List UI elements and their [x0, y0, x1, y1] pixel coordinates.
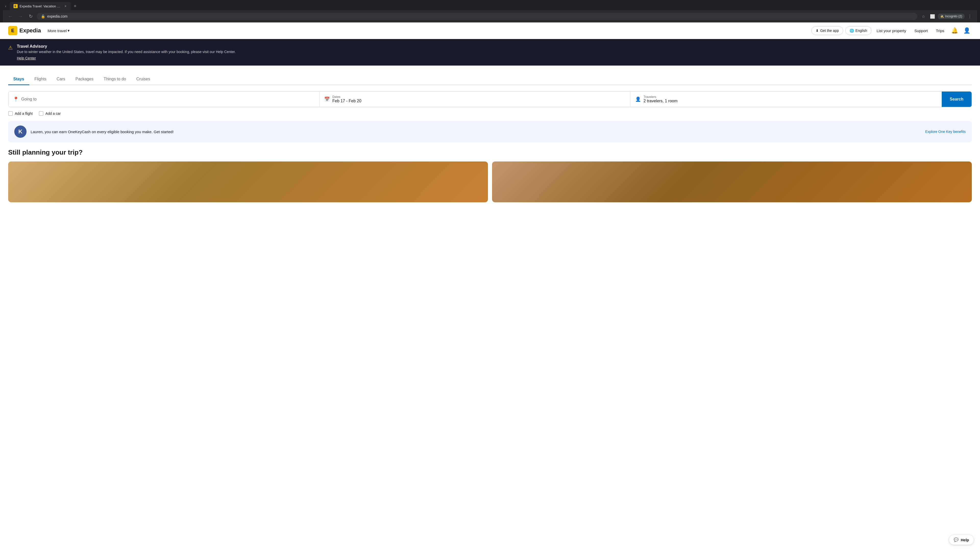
help-center-link[interactable]: Help Center — [17, 56, 36, 60]
tab-title: Expedia Travel: Vacation Hom... — [20, 4, 62, 8]
notifications-button[interactable]: 🔔 — [950, 25, 959, 36]
search-label: Search — [950, 97, 963, 101]
bookmark-button[interactable]: ☆ — [919, 12, 928, 21]
address-bar[interactable]: 🔒 expedia.com — [37, 13, 917, 20]
lock-icon: 🔒 — [41, 14, 45, 18]
support-button[interactable]: Support — [912, 27, 931, 35]
more-travel-label: More travel — [48, 29, 67, 33]
tab-flights[interactable]: Flights — [29, 74, 52, 85]
tab-cruises[interactable]: Cruises — [131, 74, 155, 85]
incognito-icon: 🕵 — [940, 14, 944, 18]
tab-packages[interactable]: Packages — [70, 74, 99, 85]
going-to-placeholder: Going to — [21, 97, 37, 102]
dates-value: Feb 17 - Feb 20 — [332, 99, 361, 103]
onekey-banner: K Lauren, you can earn OneKeyCash on eve… — [8, 121, 972, 142]
incognito-button[interactable]: 🕵 Incognito (2) — [938, 14, 965, 19]
toolbar-actions: ☆ ⬜ 🕵 Incognito (2) ⋮ — [919, 12, 974, 21]
advisory-text: Due to winter weather in the United Stat… — [17, 50, 236, 54]
download-icon: ⬇ — [816, 29, 819, 33]
chat-icon: 💬 — [954, 537, 959, 542]
reload-button[interactable]: ↻ — [27, 12, 35, 21]
more-travel-button[interactable]: More travel ▾ — [45, 27, 72, 35]
bell-icon: 🔔 — [951, 27, 958, 34]
advisory-title: Travel Advisory — [17, 44, 236, 49]
get-app-label: Get the app — [820, 29, 839, 33]
going-to-field[interactable]: 📍 Going to — [8, 92, 320, 107]
tab-cars[interactable]: Cars — [52, 74, 70, 85]
planning-card-1[interactable] — [8, 162, 488, 202]
search-section: Stays Flights Cars Packages Things to do… — [0, 65, 980, 121]
site-wrapper: E Expedia More travel ▾ ⬇ Get the app 🌐 … — [0, 22, 980, 548]
travelers-label: Travelers — [643, 95, 677, 99]
search-tabs: Stays Flights Cars Packages Things to do… — [8, 74, 972, 85]
account-button[interactable]: 👤 — [962, 25, 972, 36]
incognito-label: Incognito (2) — [945, 14, 962, 18]
planning-card-2[interactable] — [492, 162, 972, 202]
add-flight-checkbox-input[interactable] — [8, 111, 13, 116]
help-button[interactable]: 💬 Help — [949, 535, 974, 545]
trips-label: Trips — [936, 29, 944, 33]
search-extras: Add a flight Add a car — [8, 111, 972, 116]
explore-onekey-link[interactable]: Explore One Key benefits — [925, 130, 966, 134]
list-property-label: List your property — [877, 29, 906, 33]
header-right: ⬇ Get the app 🌐 English List your proper… — [811, 25, 972, 36]
browser-toolbar: ← → ↻ 🔒 expedia.com ☆ ⬜ 🕵 Incognito (2) … — [3, 10, 977, 22]
tab-close-button[interactable]: × — [64, 4, 66, 8]
add-flight-checkbox[interactable]: Add a flight — [8, 111, 33, 116]
back-button[interactable]: ← — [6, 12, 14, 21]
logo-icon: E — [8, 26, 18, 35]
travelers-icon: 👤 — [635, 97, 641, 102]
dates-content: Dates Feb 17 - Feb 20 — [332, 95, 361, 103]
location-icon: 📍 — [13, 97, 19, 102]
tab-favicon: E — [14, 4, 18, 8]
planning-cards — [8, 162, 972, 202]
get-app-button[interactable]: ⬇ Get the app — [811, 26, 843, 35]
calendar-icon: 📅 — [324, 97, 330, 102]
warning-icon: ⚠ — [8, 44, 13, 51]
logo-text: Expedia — [19, 27, 41, 34]
help-label: Help — [961, 538, 969, 542]
tab-stays[interactable]: Stays — [8, 74, 29, 85]
travelers-field[interactable]: 👤 Travelers 2 travelers, 1 room — [631, 92, 942, 107]
search-form: 📍 Going to 📅 Dates Feb 17 - Feb 20 👤 Tra… — [8, 91, 972, 107]
language-label: English — [856, 29, 867, 33]
dates-label: Dates — [332, 95, 361, 99]
tab-things-to-do[interactable]: Things to do — [99, 74, 131, 85]
logo-area[interactable]: E Expedia — [8, 26, 41, 35]
add-flight-label: Add a flight — [15, 111, 33, 116]
globe-icon: 🌐 — [850, 29, 854, 33]
add-car-checkbox[interactable]: Add a car — [39, 111, 61, 116]
trips-button[interactable]: Trips — [933, 27, 947, 35]
chevron-down-icon: ▾ — [68, 28, 70, 33]
add-car-label: Add a car — [45, 111, 61, 116]
onekey-avatar: K — [14, 125, 27, 138]
travelers-content: Travelers 2 travelers, 1 room — [643, 95, 677, 103]
profile-button[interactable]: ⬜ — [928, 12, 937, 21]
onekey-text: Lauren, you can earn OneKeyCash on every… — [30, 130, 921, 134]
support-label: Support — [915, 29, 928, 33]
language-button[interactable]: 🌐 English — [845, 26, 872, 35]
add-car-checkbox-input[interactable] — [39, 111, 43, 116]
still-planning-title: Still planning your trip? — [8, 148, 972, 156]
active-tab[interactable]: E Expedia Travel: Vacation Hom... × — [10, 2, 71, 10]
forward-button[interactable]: → — [16, 12, 24, 21]
going-to-content: Going to — [21, 97, 37, 102]
browser-tabs: ‹ E Expedia Travel: Vacation Hom... × + — [3, 2, 977, 10]
travelers-value: 2 travelers, 1 room — [643, 99, 677, 103]
account-icon: 👤 — [963, 27, 970, 34]
tab-prev-button[interactable]: ‹ — [3, 3, 8, 9]
more-options-button[interactable]: ⋮ — [966, 12, 974, 21]
search-button[interactable]: Search — [942, 92, 972, 107]
new-tab-button[interactable]: + — [72, 3, 79, 10]
browser-chrome: ‹ E Expedia Travel: Vacation Hom... × + … — [0, 0, 980, 22]
site-header: E Expedia More travel ▾ ⬇ Get the app 🌐 … — [0, 22, 980, 39]
advisory-content: Travel Advisory Due to winter weather in… — [17, 44, 236, 60]
dates-field[interactable]: 📅 Dates Feb 17 - Feb 20 — [320, 92, 631, 107]
advisory-banner: ⚠ Travel Advisory Due to winter weather … — [0, 39, 980, 65]
list-property-button[interactable]: List your property — [873, 27, 909, 35]
url-text: expedia.com — [47, 14, 913, 18]
still-planning-section: Still planning your trip? — [0, 148, 980, 208]
